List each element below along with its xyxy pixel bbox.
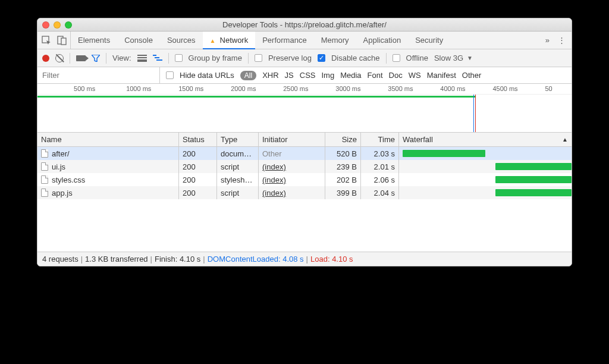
table-row[interactable]: styles.css200stylesh…(index)202 B2.06 s — [37, 173, 572, 186]
table-row[interactable]: app.js200script(index)399 B2.04 s — [37, 186, 572, 199]
tab-memory[interactable]: Memory — [314, 32, 356, 49]
filter-bar: Hide data URLs AllXHRJSCSSImgMediaFontDo… — [37, 67, 572, 84]
timeline-tick: 1000 ms — [126, 85, 151, 92]
tab-application[interactable]: Application — [356, 32, 409, 49]
table-row[interactable]: after/200docum…Other520 B2.03 s — [37, 147, 572, 160]
record-button[interactable] — [42, 55, 49, 62]
zoom-icon[interactable] — [65, 21, 72, 29]
timeline-tick: 500 ms — [74, 85, 95, 92]
tab-network[interactable]: Network — [203, 32, 256, 49]
load-marker — [475, 95, 476, 132]
group-by-frame-checkbox[interactable] — [175, 54, 183, 62]
filter-type-all[interactable]: All — [240, 71, 256, 80]
svg-rect-3 — [153, 55, 156, 56]
timeline-tick: 4500 ms — [492, 85, 517, 92]
filter-type-font[interactable]: Font — [368, 71, 383, 80]
tab-security[interactable]: Security — [408, 32, 450, 49]
request-table-header: Name Status Type Initiator Size Time Wat… — [37, 133, 572, 147]
request-size: 202 B — [325, 173, 361, 186]
hide-data-urls-checkbox[interactable] — [166, 71, 174, 79]
disable-cache-label: Disable cache — [331, 54, 380, 62]
disable-cache-checkbox[interactable] — [318, 54, 325, 62]
request-time: 2.03 s — [361, 147, 399, 160]
col-initiator[interactable]: Initiator — [259, 133, 325, 146]
request-type: script — [217, 160, 259, 173]
table-row[interactable]: ui.js200script(index)239 B2.01 s — [37, 160, 572, 173]
request-time: 2.06 s — [361, 173, 399, 186]
filter-type-xhr[interactable]: XHR — [262, 71, 278, 80]
clear-button[interactable] — [55, 54, 64, 62]
large-rows-icon[interactable] — [137, 55, 147, 62]
tab-console[interactable]: Console — [117, 32, 160, 49]
request-name: styles.css — [52, 175, 85, 184]
request-initiator[interactable]: (index) — [262, 175, 286, 184]
throttle-select[interactable]: Slow 3G ▼ — [434, 54, 473, 62]
waterfall-bar — [495, 163, 572, 170]
request-name: app.js — [52, 189, 73, 197]
status-dcl: DOMContentLoaded: 4.08 s — [208, 255, 304, 263]
offline-label: Offline — [406, 54, 428, 62]
col-type[interactable]: Type — [217, 133, 259, 146]
request-waterfall — [399, 147, 572, 160]
request-type: stylesh… — [217, 173, 259, 186]
dcl-marker — [473, 95, 474, 132]
tab-sources[interactable]: Sources — [160, 32, 203, 49]
col-time[interactable]: Time — [361, 133, 399, 146]
devtools-window: Developer Tools - https://preload.glitch… — [37, 18, 572, 266]
timeline-overview[interactable]: 500 ms1000 ms1500 ms2000 ms2500 ms3000 m… — [37, 84, 572, 133]
inspect-icon[interactable] — [42, 36, 51, 45]
filter-type-manifest[interactable]: Manifest — [427, 71, 456, 80]
request-name: after/ — [52, 149, 70, 158]
screenshot-icon[interactable] — [76, 55, 86, 61]
filter-type-other[interactable]: Other — [462, 71, 482, 80]
request-initiator[interactable]: (index) — [262, 189, 286, 197]
kebab-menu-icon[interactable]: ⋮ — [558, 36, 566, 45]
request-type: script — [217, 186, 259, 199]
filter-input[interactable] — [37, 67, 160, 83]
close-icon[interactable] — [42, 21, 49, 29]
request-type: docum… — [217, 147, 259, 160]
request-time: 2.01 s — [361, 160, 399, 173]
status-requests: 4 requests — [42, 255, 79, 263]
request-size: 399 B — [325, 186, 361, 199]
request-name: ui.js — [52, 162, 65, 171]
filter-type-ws[interactable]: WS — [409, 71, 421, 80]
tab-elements[interactable]: Elements — [71, 32, 117, 49]
request-size: 239 B — [325, 160, 361, 173]
network-toolbar: View: Group by frame Preserve log Disabl… — [37, 49, 572, 67]
tab-performance[interactable]: Performance — [255, 32, 313, 49]
col-name[interactable]: Name — [37, 133, 179, 146]
file-icon — [41, 149, 48, 158]
minimize-icon[interactable] — [54, 21, 61, 29]
status-transferred: 1.3 KB transferred — [85, 255, 148, 263]
filter-type-media[interactable]: Media — [340, 71, 361, 80]
request-size: 520 B — [325, 147, 361, 160]
col-status[interactable]: Status — [179, 133, 217, 146]
preserve-log-label: Preserve log — [268, 54, 312, 62]
waterfall-view-icon[interactable] — [153, 55, 162, 62]
timeline-tick: 3000 ms — [335, 85, 360, 92]
request-waterfall — [399, 173, 572, 186]
file-icon — [41, 175, 48, 184]
filter-type-css[interactable]: CSS — [300, 71, 316, 80]
offline-checkbox[interactable] — [393, 54, 400, 62]
filter-toggle-icon[interactable] — [92, 55, 100, 62]
col-waterfall[interactable]: Waterfall▲ — [399, 133, 572, 146]
file-icon — [41, 162, 48, 171]
timeline-tick: 3500 ms — [388, 85, 413, 92]
timeline-tick: 50 — [545, 85, 552, 92]
col-size[interactable]: Size — [325, 133, 361, 146]
more-tabs-icon[interactable]: » — [545, 36, 550, 45]
status-bar: 4 requests | 1.3 KB transferred | Finish… — [37, 252, 572, 266]
filter-type-doc[interactable]: Doc — [389, 71, 403, 80]
view-label: View: — [112, 54, 131, 62]
svg-rect-4 — [155, 57, 159, 58]
filter-type-js[interactable]: JS — [285, 71, 294, 80]
filter-type-img[interactable]: Img — [321, 71, 334, 80]
preserve-log-checkbox[interactable] — [255, 54, 262, 62]
request-initiator[interactable]: (index) — [262, 162, 286, 171]
svg-rect-2 — [61, 38, 66, 45]
traffic-lights — [42, 21, 72, 29]
request-initiator: Other — [262, 149, 282, 158]
device-icon[interactable] — [57, 36, 67, 45]
